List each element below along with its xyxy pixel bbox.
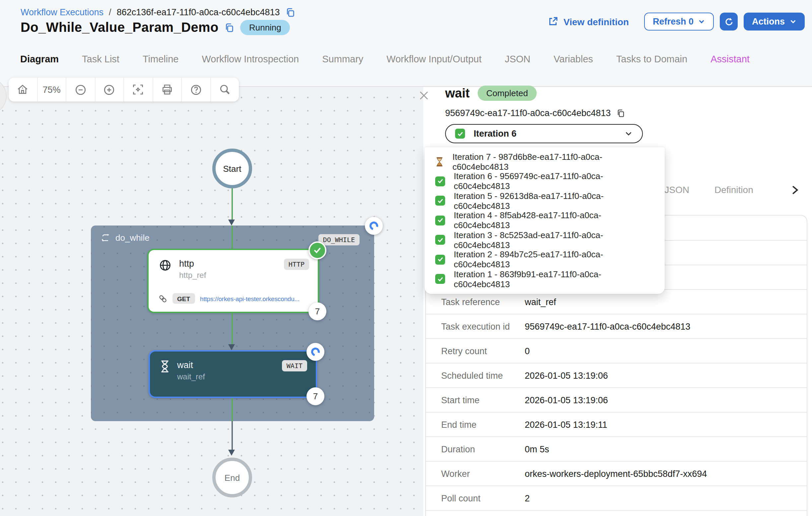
detail-tabbar: JSON Definition — [664, 184, 800, 195]
task-details-panel: wait Completed 9569749c-ea17-11f0-a0ca-c… — [423, 87, 812, 516]
copy-icon[interactable] — [616, 109, 625, 117]
task-ref: wait_ref — [177, 372, 205, 382]
tab-workflow-input-output[interactable]: Workflow Input/Output — [375, 53, 493, 86]
zoom-level: 75% — [37, 78, 66, 101]
connector-start-loop — [232, 188, 233, 220]
iteration-option[interactable]: Iteration 1 - 863f9b91-ea17-11f0-a0ca-c6… — [425, 269, 665, 289]
iteration-option[interactable]: Iteration 5 - 92613d8a-ea17-11f0-a0ca-c6… — [425, 191, 665, 211]
iteration-option[interactable]: Iteration 6 - 9569749c-ea17-11f0-a0ca-c6… — [425, 172, 665, 191]
help-icon[interactable] — [181, 78, 210, 101]
iteration-count-badge: 7 — [309, 302, 326, 320]
iteration-option[interactable]: Iteration 7 - 987d6b8e-ea17-11f0-a0ca-c6… — [425, 152, 665, 172]
spinner-icon — [307, 343, 324, 361]
fit-screen-icon[interactable] — [123, 78, 152, 101]
print-icon[interactable] — [152, 78, 181, 101]
wait-task-card[interactable]: wait wait_ref WAIT 7 — [149, 350, 317, 398]
table-row: Task execution id 9569749c-ea17-11f0-a0c… — [426, 314, 807, 338]
loop-name: do_while — [115, 233, 150, 243]
check-icon — [435, 274, 445, 284]
table-row: Worker orkes-workers-deployment-65bbc58d… — [426, 461, 807, 485]
breadcrumb: Workflow Executions / 862c136f-ea17-11f0… — [21, 7, 295, 17]
tab-tasks-to-domain[interactable]: Tasks to Domain — [605, 53, 699, 86]
task-status-badge: Completed — [477, 86, 537, 101]
iteration-select[interactable]: Iteration 6 — [445, 124, 643, 143]
check-icon — [455, 129, 465, 139]
connector-loop-end — [232, 421, 233, 450]
table-row: Poll count 2 — [426, 485, 807, 510]
http-url-link[interactable]: https://orkes-api-tester.orkescondu... — [200, 295, 299, 302]
arrowhead — [228, 344, 235, 350]
table-row: End time 2026-01-05 13:19:11 — [426, 412, 807, 436]
arrowhead — [228, 219, 235, 225]
workflow-execution-page: Workflow Executions / 862c136f-ea17-11f0… — [0, 0, 812, 516]
do-while-type-chip: DO_WHILE — [318, 234, 359, 245]
loop-icon — [100, 234, 111, 242]
chevron-right-icon[interactable] — [791, 185, 800, 195]
detail-tab-json[interactable]: JSON — [664, 184, 689, 195]
task-ref: http_ref — [179, 271, 206, 280]
tab-summary[interactable]: Summary — [311, 53, 375, 86]
diagram-toolbar: 75% — [9, 78, 239, 101]
external-link-icon — [548, 16, 559, 27]
task-name: wait — [177, 360, 205, 370]
tab-assistant[interactable]: Assistant — [699, 53, 761, 86]
tab-json[interactable]: JSON — [493, 53, 542, 86]
view-definition-link[interactable]: View definition — [548, 16, 629, 27]
iteration-option[interactable]: Iteration 3 - 8c5253ad-ea17-11f0-a0ca-c6… — [425, 230, 665, 250]
end-node[interactable]: End — [212, 458, 252, 497]
spinner-icon — [365, 217, 383, 235]
connector-loop-http — [232, 225, 233, 249]
reset-refresh-button[interactable] — [720, 12, 738, 31]
chevron-down-icon — [789, 18, 797, 25]
connector-wait-loopend — [232, 398, 233, 421]
connector-http-wait — [232, 313, 233, 344]
zoom-out-icon[interactable] — [66, 78, 94, 101]
iteration-option[interactable]: Iteration 4 - 8f5ab428-ea17-11f0-a0ca-c6… — [425, 211, 665, 230]
http-task-card[interactable]: http http_ref HTTP GET https://orkes-api… — [147, 249, 319, 313]
zoom-in-icon[interactable] — [94, 78, 123, 101]
task-execution-id: 9569749c-ea17-11f0-a0ca-c60c4ebc4813 — [445, 108, 611, 118]
page-title: Do_While_Value_Param_Demo — [21, 20, 219, 35]
copy-icon[interactable] — [225, 23, 234, 32]
hourglass-icon — [160, 360, 170, 382]
close-icon[interactable] — [418, 90, 429, 101]
hourglass-icon — [435, 156, 444, 167]
task-name: http — [179, 259, 206, 269]
check-icon — [435, 216, 445, 225]
refresh-dropdown-button[interactable]: Refresh 0 — [644, 12, 714, 31]
status-badge: Running — [240, 20, 290, 35]
check-icon — [435, 255, 445, 265]
table-row: Retry count 0 — [426, 338, 807, 363]
task-title: wait — [445, 86, 470, 100]
link-icon — [158, 294, 167, 303]
http-method-chip: GET — [173, 293, 195, 304]
start-node[interactable]: Start — [212, 149, 252, 188]
chevron-down-icon — [624, 129, 633, 138]
check-icon — [435, 176, 445, 186]
check-icon — [435, 196, 445, 206]
check-icon — [435, 235, 445, 245]
home-icon[interactable] — [9, 78, 37, 101]
do-while-container[interactable]: do_while DO_WHILE http http_ref — [91, 225, 374, 421]
table-row: Start time 2026-01-05 13:19:06 — [426, 387, 807, 412]
breadcrumb-separator: / — [109, 7, 112, 17]
actions-dropdown-button[interactable]: Actions — [744, 12, 805, 31]
arrowhead — [228, 450, 235, 456]
search-icon[interactable] — [210, 78, 239, 101]
http-type-chip: HTTP — [284, 259, 309, 270]
tab-variables[interactable]: Variables — [542, 53, 605, 86]
chevron-down-icon — [698, 18, 705, 25]
table-row — [426, 510, 807, 516]
breadcrumb-workflow-executions-link[interactable]: Workflow Executions — [21, 7, 104, 17]
reset-icon — [724, 16, 734, 27]
globe-icon — [158, 259, 172, 280]
check-icon — [309, 241, 326, 259]
diagram-canvas[interactable]: Start do_while DO_WHILE — [0, 87, 424, 516]
iteration-selected-label: Iteration 6 — [474, 129, 517, 139]
iteration-dropdown-menu: Iteration 7 - 987d6b8e-ea17-11f0-a0ca-c6… — [425, 147, 665, 294]
copy-icon[interactable] — [285, 7, 295, 17]
iteration-count-badge: 7 — [307, 387, 324, 405]
iteration-option[interactable]: Iteration 2 - 894b7c25-ea17-11f0-a0ca-c6… — [425, 250, 665, 269]
breadcrumb-execution-id: 862c136f-ea17-11f0-a0ca-c60c4ebc4813 — [117, 7, 280, 17]
detail-tab-definition[interactable]: Definition — [715, 184, 765, 195]
